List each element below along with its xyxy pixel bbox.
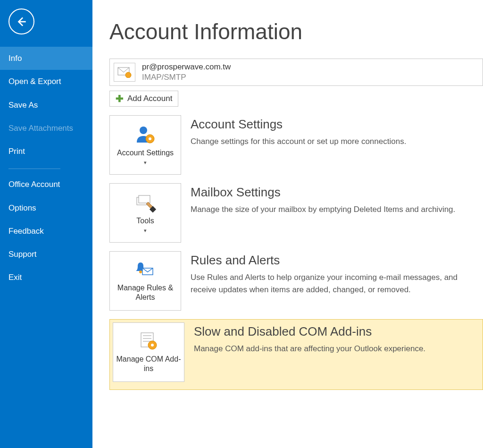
chevron-down-icon: ▾ xyxy=(144,228,147,234)
section-rules-alerts: Manage Rules & Alerts Rules and Alerts U… xyxy=(109,251,483,311)
sidebar-item-print[interactable]: Print xyxy=(0,140,92,163)
svg-rect-6 xyxy=(139,195,150,203)
sidebar-item-open-export[interactable]: Open & Export xyxy=(0,70,92,93)
sidebar-label: Print xyxy=(8,147,25,156)
sidebar-label: Open & Export xyxy=(8,77,61,86)
account-settings-button[interactable]: Account Settings ▾ xyxy=(109,115,181,175)
sidebar-label: Save As xyxy=(8,101,38,110)
account-protocol: IMAP/SMTP xyxy=(142,73,231,82)
section-desc: Change settings for this account or set … xyxy=(191,135,483,148)
svg-point-4 xyxy=(149,137,151,140)
add-account-label: Add Account xyxy=(127,94,172,103)
manage-rules-alerts-button[interactable]: Manage Rules & Alerts xyxy=(109,251,181,311)
sidebar-label: Exit xyxy=(8,273,22,282)
cleanup-tools-icon xyxy=(134,193,157,213)
svg-point-8 xyxy=(139,270,142,273)
section-desc: Manage the size of your mailbox by empty… xyxy=(191,203,483,216)
button-label: Manage Rules & Alerts xyxy=(113,283,178,302)
plus-icon: ✚ xyxy=(116,94,124,103)
svg-point-15 xyxy=(151,344,154,347)
svg-point-1 xyxy=(125,72,131,78)
section-title: Rules and Alerts xyxy=(191,253,483,268)
back-button[interactable] xyxy=(8,8,34,34)
section-mailbox-settings: Tools ▾ Mailbox Settings Manage the size… xyxy=(109,183,483,243)
section-title: Mailbox Settings xyxy=(191,185,483,200)
sidebar-item-save-as[interactable]: Save As xyxy=(0,93,92,117)
section-com-addins: Manage COM Add-ins Slow and Disabled COM… xyxy=(109,319,483,390)
sidebar-item-exit[interactable]: Exit xyxy=(0,266,92,289)
section-title: Slow and Disabled COM Add-ins xyxy=(194,324,480,339)
section-account-settings: Account Settings ▾ Account Settings Chan… xyxy=(109,115,483,175)
account-email: pr@prosperwave.com.tw xyxy=(142,62,231,72)
sidebar-item-support[interactable]: Support xyxy=(0,243,92,266)
manage-com-addins-button[interactable]: Manage COM Add-ins xyxy=(113,322,184,382)
rules-alerts-icon xyxy=(134,260,157,280)
add-account-button[interactable]: ✚ Add Account xyxy=(109,91,178,107)
main-content: Account Information pr@prosperwave.com.t… xyxy=(92,0,483,448)
sidebar-divider xyxy=(8,169,60,169)
svg-point-2 xyxy=(140,127,147,134)
button-label: Tools xyxy=(136,216,154,226)
section-title: Account Settings xyxy=(191,117,483,132)
sidebar-label: Info xyxy=(8,54,22,63)
account-selector[interactable]: pr@prosperwave.com.tw IMAP/SMTP xyxy=(109,59,483,86)
sidebar-item-feedback[interactable]: Feedback xyxy=(0,220,92,243)
button-label: Account Settings xyxy=(117,148,174,158)
sidebar-label: Save Attachments xyxy=(8,124,73,133)
sidebar-item-save-attachments: Save Attachments xyxy=(0,117,92,140)
arrow-left-icon xyxy=(16,16,28,28)
addins-gear-icon xyxy=(137,331,160,352)
sidebar-item-options[interactable]: Options xyxy=(0,196,92,220)
sidebar-item-office-account[interactable]: Office Account xyxy=(0,173,92,196)
sidebar-item-info[interactable]: Info xyxy=(0,47,92,70)
section-desc: Use Rules and Alerts to help organize yo… xyxy=(191,271,483,296)
page-title: Account Information xyxy=(109,19,483,44)
tools-button[interactable]: Tools ▾ xyxy=(109,183,181,243)
sidebar-label: Options xyxy=(8,203,36,212)
backstage-sidebar: Info Open & Export Save As Save Attachme… xyxy=(0,0,92,448)
sidebar-label: Feedback xyxy=(8,227,44,236)
sidebar-label: Support xyxy=(8,250,37,259)
section-desc: Manage COM add-ins that are affecting yo… xyxy=(194,343,480,355)
button-label: Manage COM Add-ins xyxy=(116,355,181,373)
person-gear-icon xyxy=(134,125,157,145)
mail-account-icon xyxy=(114,63,135,82)
chevron-down-icon: ▾ xyxy=(144,160,147,166)
sidebar-label: Office Account xyxy=(8,180,60,189)
